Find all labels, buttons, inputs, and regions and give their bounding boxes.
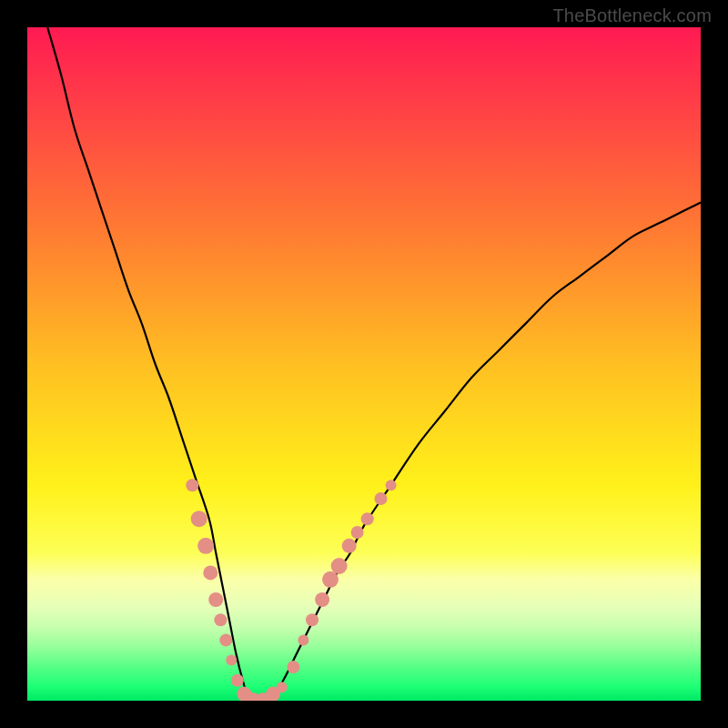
scatter-dot (231, 674, 244, 687)
scatter-dot (322, 571, 339, 588)
scatter-dot (203, 565, 217, 580)
scatter-dot (351, 526, 364, 539)
curve-layer (27, 27, 701, 701)
scatter-dot (208, 592, 223, 607)
scatter-dots (186, 479, 396, 701)
scatter-dot (342, 539, 357, 553)
watermark-text: TheBottleneck.com (552, 5, 712, 26)
scatter-dot (315, 592, 329, 607)
scatter-dot (219, 633, 232, 646)
plot-area (27, 27, 701, 701)
scatter-dot (214, 613, 227, 626)
scatter-dot (277, 682, 288, 693)
scatter-dot (306, 613, 318, 626)
scatter-dot (361, 512, 374, 525)
scatter-dot (226, 655, 237, 666)
scatter-dot (287, 661, 299, 673)
scatter-dot (375, 492, 388, 505)
bottleneck-curve (47, 27, 701, 701)
scatter-dot (386, 480, 397, 490)
scatter-dot (298, 634, 308, 645)
scatter-dot (197, 538, 214, 554)
scatter-dot (186, 479, 198, 491)
scatter-dot (331, 558, 348, 574)
chart-frame: TheBottleneck.com (0, 0, 728, 728)
scatter-dot (191, 511, 207, 527)
